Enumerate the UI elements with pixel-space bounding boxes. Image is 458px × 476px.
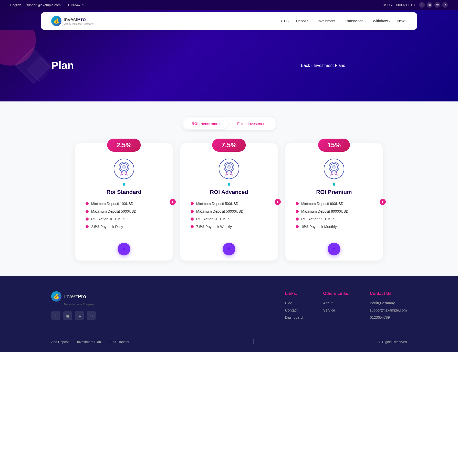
footer-email: support@example.com	[370, 308, 407, 312]
footer-link-service[interactable]: Service	[323, 308, 349, 312]
instagram-icon[interactable]: ig	[427, 2, 432, 8]
logo-sub: Money Increase Company	[64, 23, 93, 25]
footer-link-dashboard[interactable]: Dashboard	[285, 315, 303, 319]
card-arrow-standard: ▶	[170, 199, 176, 205]
footer-logo-sub: Money Increase Company	[64, 303, 265, 306]
logo-text-light: Invest	[64, 17, 77, 22]
footer-links-title: Links.	[285, 291, 303, 296]
linkedin-icon[interactable]: in	[442, 2, 448, 8]
facebook-icon[interactable]: f	[419, 2, 425, 8]
footer-phone: 0123654789	[370, 315, 407, 319]
footer-other-links-list: About Service	[323, 301, 349, 312]
footer-link-contact[interactable]: Contact	[285, 308, 303, 312]
footer-other-links-title: Others Links.	[323, 291, 349, 296]
topbar-email: support@example.com	[26, 3, 61, 7]
card-title-advanced: ROI Advanced	[188, 189, 270, 195]
feature-dot	[191, 225, 194, 228]
footer-logo-bold: Pro	[78, 294, 86, 299]
feature-dot	[296, 225, 299, 228]
tab-roi-investment[interactable]: ROI Investment	[183, 118, 228, 129]
footer-bottom-link-deposit[interactable]: Add Deposit	[51, 340, 69, 344]
card-dot-standard	[123, 183, 125, 186]
footer-logo: 💰 InvestPro	[51, 291, 265, 302]
card-badge-premium: 15%	[318, 139, 350, 152]
feature-min-deposit-premium: Minimum Deposit 600USD	[296, 202, 372, 206]
nav-new[interactable]: New ▾	[397, 19, 407, 23]
invest-button-standard[interactable]: +	[118, 243, 130, 255]
invest-button-advanced[interactable]: +	[223, 243, 235, 255]
card-title-standard: Roi Standard	[83, 189, 165, 195]
card-badge-advanced: 7.5%	[212, 139, 246, 152]
logo-text-container: InvestPro Money Increase Company	[64, 17, 93, 25]
feature-dot	[191, 218, 194, 221]
card-features-advanced: Minimum Deposit 500USD Maximum Deposit 5…	[188, 202, 270, 229]
footer-facebook-icon[interactable]: f	[51, 311, 60, 320]
nav-links: BTC ▾ Deposit ▾ Investment ▾ Transaction…	[279, 19, 407, 23]
plan-card-standard: 2.5% Roi Standard	[75, 143, 173, 261]
card-body-premium: ROI Premium Minimum Deposit 600USD Maxim…	[285, 143, 383, 237]
footer-twitter-icon[interactable]: tw	[75, 311, 84, 320]
footer-contact-col: Contact Us. Berlin,Germany support@examp…	[370, 291, 407, 323]
footer-address: Berlin,Germany	[370, 301, 407, 305]
footer-bottom: Add Deposit Investment Plan Fund Transfe…	[51, 333, 407, 344]
card-body-advanced: ROI Advanced Minimum Deposit 500USD Maxi…	[180, 143, 278, 237]
logo-icon: 💰	[51, 16, 61, 26]
card-title-premium: ROI Premium	[293, 189, 375, 195]
footer-instagram-icon[interactable]: ig	[63, 311, 72, 320]
language-selector[interactable]: English	[10, 3, 21, 7]
feature-payback-advanced: 7.5% Payback Weekly	[191, 225, 267, 229]
feature-max-deposit-premium: Maximum Deposit 80000USD	[296, 209, 372, 213]
logo[interactable]: 💰 InvestPro Money Increase Company	[51, 16, 93, 26]
card-arrow-premium: ▶	[380, 199, 386, 205]
footer-logo-text: InvestPro	[64, 294, 86, 299]
footer: 💰 InvestPro Money Increase Company f ig …	[0, 276, 458, 352]
twitter-icon[interactable]: tw	[434, 2, 440, 8]
footer-bottom-link-fund[interactable]: Fund Transfer	[109, 340, 129, 344]
topbar-phone: 0123654789	[66, 3, 84, 7]
nav-withdraw[interactable]: Withdraw ▾	[373, 19, 390, 23]
footer-divider	[253, 339, 254, 344]
topbar-right: 1 USD = 0.000021 BTC f ig tw in	[380, 2, 448, 8]
footer-other-links-col: Others Links. About Service	[323, 291, 349, 323]
footer-bottom-links: Add Deposit Investment Plan Fund Transfe…	[51, 340, 129, 344]
feature-dot	[191, 202, 194, 205]
feature-max-deposit-standard: Maximum Deposit 5000USD	[86, 209, 162, 213]
footer-links-list: Blog Contact Dashboard	[285, 301, 303, 319]
svg-point-12	[332, 165, 336, 169]
feature-roi-action-premium: ROI Action 99 TIMES	[296, 217, 372, 221]
feature-max-deposit-advanced: Maximum Deposit 50000USD	[191, 209, 267, 213]
nav-transaction[interactable]: Transaction ▾	[345, 19, 366, 23]
tabs-container: ROI Investment Fixed Investment	[51, 117, 407, 130]
topbar-social: f ig tw in	[419, 2, 448, 8]
main-content: ROI Investment Fixed Investment 2.5%	[0, 101, 458, 276]
nav-btc[interactable]: BTC ▾	[279, 19, 289, 23]
footer-copyright: All Rights Reserved	[378, 340, 407, 344]
nav-investment[interactable]: Investment ▾	[318, 19, 338, 23]
feature-dot	[86, 210, 89, 213]
footer-logo-icon: 💰	[51, 291, 61, 302]
feature-min-deposit-standard: Minimum Deposit 100USD	[86, 202, 162, 206]
card-badge-standard: 2.5%	[107, 139, 141, 152]
nav-deposit[interactable]: Deposit ▾	[296, 19, 310, 23]
card-arrow-advanced: ▶	[275, 199, 281, 205]
hero-breadcrumb: Back - Investment Plans	[219, 63, 407, 68]
hero-divider	[229, 50, 229, 81]
plan-card-premium: 15% ROI Premium	[285, 143, 383, 261]
card-features-standard: Minimum Deposit 100USD Maximum Deposit 5…	[83, 202, 165, 229]
feature-payback-standard: 2.5% Payback Daily	[86, 225, 162, 229]
card-dot-advanced	[228, 183, 230, 186]
invest-button-premium[interactable]: +	[328, 243, 340, 255]
footer-link-blog[interactable]: Blog	[285, 301, 303, 305]
footer-link-about[interactable]: About	[323, 301, 349, 305]
feature-dot	[296, 218, 299, 221]
footer-contact-title: Contact Us.	[370, 291, 407, 296]
footer-linkedin-icon[interactable]: in	[87, 311, 96, 320]
footer-bottom-link-investment[interactable]: Investment Plan	[77, 340, 101, 344]
feature-dot	[86, 225, 89, 228]
footer-logo-text-container: InvestPro	[64, 294, 86, 299]
feature-dot	[86, 202, 89, 205]
feature-payback-premium: 15% Payback Monthly	[296, 225, 372, 229]
hero-section: Plan Back - Investment Plans	[0, 30, 458, 101]
medal-icon-premium	[324, 159, 344, 179]
tab-fixed-investment[interactable]: Fixed Investment	[229, 118, 275, 129]
